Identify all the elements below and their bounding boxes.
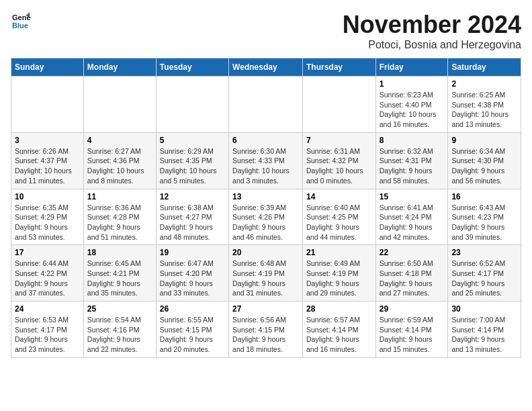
day-info: Sunrise: 6:57 AM Sunset: 4:14 PM Dayligh…	[306, 315, 372, 355]
table-row: 6Sunrise: 6:30 AM Sunset: 4:33 PM Daylig…	[229, 132, 303, 189]
table-row: 26Sunrise: 6:55 AM Sunset: 4:15 PM Dayli…	[156, 302, 228, 358]
table-row: 27Sunrise: 6:56 AM Sunset: 4:15 PM Dayli…	[229, 302, 303, 358]
day-number: 19	[160, 248, 225, 257]
day-number: 9	[451, 136, 517, 145]
table-row	[302, 77, 375, 133]
day-number: 30	[451, 304, 517, 314]
day-number: 10	[15, 192, 80, 201]
table-row: 3Sunrise: 6:26 AM Sunset: 4:37 PM Daylig…	[11, 132, 84, 189]
location-subtitle: Potoci, Bosnia and Herzegovina	[343, 39, 521, 51]
day-info: Sunrise: 6:50 AM Sunset: 4:18 PM Dayligh…	[380, 259, 445, 298]
calendar-week-row: 17Sunrise: 6:44 AM Sunset: 4:22 PM Dayli…	[11, 245, 521, 302]
day-info: Sunrise: 6:48 AM Sunset: 4:19 PM Dayligh…	[232, 259, 299, 298]
page-header: General Blue November 2024 Potoci, Bosni…	[11, 11, 521, 51]
table-row: 19Sunrise: 6:47 AM Sunset: 4:20 PM Dayli…	[156, 245, 228, 302]
table-row: 16Sunrise: 6:43 AM Sunset: 4:23 PM Dayli…	[448, 189, 521, 245]
day-info: Sunrise: 6:25 AM Sunset: 4:38 PM Dayligh…	[451, 90, 517, 130]
day-number: 1	[380, 79, 445, 89]
day-info: Sunrise: 6:54 AM Sunset: 4:16 PM Dayligh…	[87, 315, 152, 355]
table-row: 9Sunrise: 6:34 AM Sunset: 4:30 PM Daylig…	[448, 132, 521, 189]
day-info: Sunrise: 6:30 AM Sunset: 4:33 PM Dayligh…	[232, 146, 299, 186]
day-info: Sunrise: 6:55 AM Sunset: 4:15 PM Dayligh…	[160, 315, 225, 355]
col-tuesday: Tuesday	[156, 58, 228, 77]
day-number: 16	[451, 192, 517, 201]
table-row: 12Sunrise: 6:38 AM Sunset: 4:27 PM Dayli…	[156, 189, 228, 245]
day-number: 12	[160, 192, 225, 201]
calendar-week-row: 10Sunrise: 6:35 AM Sunset: 4:29 PM Dayli…	[11, 189, 521, 245]
table-row: 28Sunrise: 6:57 AM Sunset: 4:14 PM Dayli…	[302, 302, 375, 358]
day-info: Sunrise: 6:27 AM Sunset: 4:36 PM Dayligh…	[87, 146, 152, 186]
day-number: 11	[87, 192, 152, 201]
day-info: Sunrise: 6:56 AM Sunset: 4:15 PM Dayligh…	[232, 315, 299, 355]
table-row: 18Sunrise: 6:45 AM Sunset: 4:21 PM Dayli…	[83, 245, 156, 302]
table-row: 23Sunrise: 6:52 AM Sunset: 4:17 PM Dayli…	[448, 245, 521, 302]
table-row: 4Sunrise: 6:27 AM Sunset: 4:36 PM Daylig…	[83, 132, 156, 189]
day-info: Sunrise: 6:44 AM Sunset: 4:22 PM Dayligh…	[15, 259, 80, 298]
day-number: 27	[232, 304, 299, 314]
day-number: 15	[380, 192, 445, 201]
day-info: Sunrise: 6:52 AM Sunset: 4:17 PM Dayligh…	[451, 259, 517, 298]
day-number: 28	[306, 304, 372, 314]
table-row	[83, 77, 156, 133]
table-row	[11, 77, 84, 133]
svg-text:Blue: Blue	[12, 21, 28, 30]
day-info: Sunrise: 6:49 AM Sunset: 4:19 PM Dayligh…	[306, 259, 372, 298]
day-info: Sunrise: 6:38 AM Sunset: 4:27 PM Dayligh…	[160, 203, 225, 242]
day-number: 13	[232, 192, 299, 201]
table-row: 7Sunrise: 6:31 AM Sunset: 4:32 PM Daylig…	[302, 132, 375, 189]
logo: General Blue	[11, 11, 31, 31]
day-number: 17	[15, 248, 80, 257]
day-number: 21	[306, 248, 372, 257]
title-block: November 2024 Potoci, Bosnia and Herzego…	[343, 11, 521, 51]
day-info: Sunrise: 6:43 AM Sunset: 4:23 PM Dayligh…	[451, 203, 517, 242]
logo-icon: General Blue	[11, 11, 31, 31]
day-number: 26	[160, 304, 225, 314]
col-wednesday: Wednesday	[229, 58, 303, 77]
table-row: 1Sunrise: 6:23 AM Sunset: 4:40 PM Daylig…	[375, 77, 448, 133]
day-number: 4	[87, 136, 152, 145]
table-row: 29Sunrise: 6:59 AM Sunset: 4:14 PM Dayli…	[375, 302, 448, 358]
table-row: 24Sunrise: 6:53 AM Sunset: 4:17 PM Dayli…	[11, 302, 84, 358]
col-monday: Monday	[83, 58, 156, 77]
day-info: Sunrise: 6:41 AM Sunset: 4:24 PM Dayligh…	[380, 203, 445, 242]
day-number: 25	[87, 304, 152, 314]
day-info: Sunrise: 6:45 AM Sunset: 4:21 PM Dayligh…	[87, 259, 152, 298]
day-number: 14	[306, 192, 372, 201]
calendar-header-row: Sunday Monday Tuesday Wednesday Thursday…	[11, 58, 521, 77]
col-thursday: Thursday	[302, 58, 375, 77]
table-row: 21Sunrise: 6:49 AM Sunset: 4:19 PM Dayli…	[302, 245, 375, 302]
calendar-week-row: 3Sunrise: 6:26 AM Sunset: 4:37 PM Daylig…	[11, 132, 521, 189]
day-number: 8	[380, 136, 445, 145]
table-row: 30Sunrise: 7:00 AM Sunset: 4:14 PM Dayli…	[448, 302, 521, 358]
day-number: 24	[15, 304, 80, 314]
day-number: 22	[380, 248, 445, 257]
table-row: 2Sunrise: 6:25 AM Sunset: 4:38 PM Daylig…	[448, 77, 521, 133]
table-row	[229, 77, 303, 133]
day-info: Sunrise: 6:39 AM Sunset: 4:26 PM Dayligh…	[232, 203, 299, 242]
day-number: 7	[306, 136, 372, 145]
table-row: 13Sunrise: 6:39 AM Sunset: 4:26 PM Dayli…	[229, 189, 303, 245]
day-number: 18	[87, 248, 152, 257]
day-info: Sunrise: 6:40 AM Sunset: 4:25 PM Dayligh…	[306, 203, 372, 242]
table-row	[156, 77, 228, 133]
day-number: 20	[232, 248, 299, 257]
table-row: 10Sunrise: 6:35 AM Sunset: 4:29 PM Dayli…	[11, 189, 84, 245]
day-info: Sunrise: 6:32 AM Sunset: 4:31 PM Dayligh…	[380, 146, 445, 186]
day-number: 2	[451, 79, 517, 89]
col-sunday: Sunday	[11, 58, 84, 77]
col-friday: Friday	[375, 58, 448, 77]
day-number: 6	[232, 136, 299, 145]
table-row: 5Sunrise: 6:29 AM Sunset: 4:35 PM Daylig…	[156, 132, 228, 189]
day-info: Sunrise: 7:00 AM Sunset: 4:14 PM Dayligh…	[451, 315, 517, 355]
table-row: 20Sunrise: 6:48 AM Sunset: 4:19 PM Dayli…	[229, 245, 303, 302]
table-row: 22Sunrise: 6:50 AM Sunset: 4:18 PM Dayli…	[375, 245, 448, 302]
col-saturday: Saturday	[448, 58, 521, 77]
table-row: 25Sunrise: 6:54 AM Sunset: 4:16 PM Dayli…	[83, 302, 156, 358]
table-row: 15Sunrise: 6:41 AM Sunset: 4:24 PM Dayli…	[375, 189, 448, 245]
day-info: Sunrise: 6:26 AM Sunset: 4:37 PM Dayligh…	[15, 146, 80, 186]
calendar-week-row: 24Sunrise: 6:53 AM Sunset: 4:17 PM Dayli…	[11, 302, 521, 358]
table-row: 11Sunrise: 6:36 AM Sunset: 4:28 PM Dayli…	[83, 189, 156, 245]
table-row: 17Sunrise: 6:44 AM Sunset: 4:22 PM Dayli…	[11, 245, 84, 302]
day-info: Sunrise: 6:35 AM Sunset: 4:29 PM Dayligh…	[15, 203, 80, 242]
month-title: November 2024	[343, 11, 521, 39]
